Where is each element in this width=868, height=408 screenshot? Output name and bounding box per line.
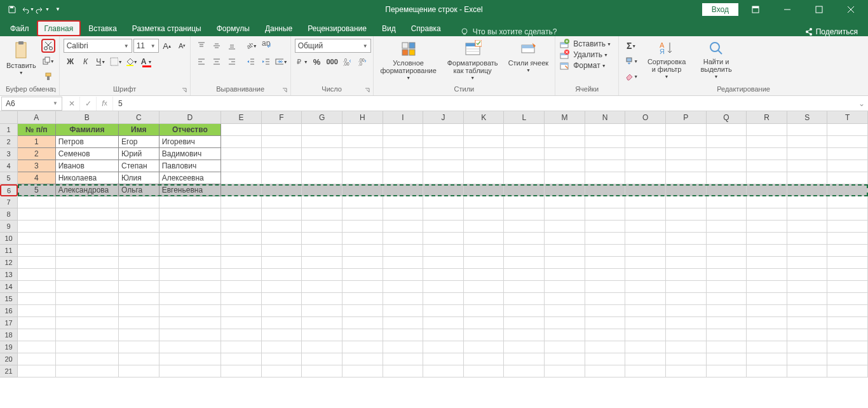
cell[interactable] — [545, 221, 585, 233]
cell-styles-button[interactable]: Стили ячеек▼ — [506, 39, 551, 74]
cell[interactable] — [827, 365, 868, 377]
cell[interactable]: 3 — [18, 160, 56, 172]
cell[interactable] — [56, 269, 119, 281]
cell[interactable] — [302, 221, 342, 233]
cell[interactable] — [707, 148, 747, 160]
cell[interactable] — [666, 148, 707, 160]
cell[interactable] — [56, 281, 119, 293]
decrease-decimal-button[interactable]: ,00,0 — [356, 55, 370, 69]
cell[interactable] — [56, 341, 119, 353]
cell[interactable] — [625, 160, 666, 172]
cell[interactable] — [302, 148, 342, 160]
close-button[interactable] — [836, 0, 865, 18]
cell[interactable] — [504, 148, 545, 160]
cell[interactable] — [383, 353, 424, 365]
col-header-C[interactable]: C — [119, 111, 159, 124]
cell[interactable] — [666, 196, 707, 208]
cell[interactable] — [666, 160, 707, 172]
cell[interactable] — [464, 245, 505, 257]
cell[interactable] — [827, 136, 868, 148]
cell[interactable] — [827, 172, 868, 184]
cell[interactable] — [383, 124, 424, 136]
cell[interactable] — [504, 353, 545, 365]
cell[interactable] — [707, 365, 747, 377]
row-header-9[interactable]: 9 — [0, 221, 18, 233]
redo-button[interactable]: ▼ — [36, 3, 50, 17]
cell[interactable] — [423, 353, 464, 365]
cell[interactable] — [787, 365, 828, 377]
cell[interactable] — [464, 160, 505, 172]
cell[interactable] — [423, 317, 464, 329]
expand-formula-bar[interactable]: ⌄ — [855, 99, 868, 108]
cell[interactable] — [747, 148, 787, 160]
cell[interactable] — [747, 341, 787, 353]
cell[interactable] — [464, 281, 505, 293]
cell[interactable] — [585, 269, 626, 281]
cell[interactable] — [342, 160, 383, 172]
row-header-1[interactable]: 1 — [0, 124, 18, 136]
cell[interactable] — [383, 160, 424, 172]
cell[interactable] — [545, 281, 585, 293]
cell[interactable] — [18, 233, 56, 245]
cell[interactable] — [585, 257, 626, 269]
cell[interactable] — [423, 148, 464, 160]
cell[interactable] — [119, 305, 159, 317]
clipboard-launcher[interactable] — [50, 86, 58, 94]
cell[interactable] — [18, 353, 56, 365]
cell[interactable]: Вадимович — [159, 148, 221, 160]
cell[interactable] — [119, 221, 159, 233]
cell[interactable] — [383, 305, 424, 317]
cell[interactable] — [18, 341, 56, 353]
cell[interactable] — [747, 329, 787, 341]
cell[interactable] — [747, 365, 787, 377]
cell[interactable] — [383, 317, 424, 329]
cell[interactable] — [666, 124, 707, 136]
cell[interactable] — [707, 353, 747, 365]
cell[interactable] — [464, 317, 505, 329]
cell[interactable] — [342, 136, 383, 148]
font-name-combo[interactable]: Calibri▼ — [64, 39, 132, 53]
cell[interactable] — [464, 148, 505, 160]
save-button[interactable] — [5, 3, 19, 17]
cell[interactable] — [383, 329, 424, 341]
cell[interactable] — [504, 317, 545, 329]
cell[interactable] — [262, 305, 302, 317]
cell[interactable] — [504, 184, 545, 196]
cell[interactable] — [119, 245, 159, 257]
cell[interactable] — [159, 269, 221, 281]
cell[interactable] — [585, 305, 626, 317]
row-header-14[interactable]: 14 — [0, 281, 18, 293]
row-header-21[interactable]: 21 — [0, 365, 18, 377]
cell[interactable] — [383, 257, 424, 269]
cell[interactable] — [464, 329, 505, 341]
cell[interactable] — [827, 353, 868, 365]
copy-button[interactable]: ▼ — [41, 54, 55, 68]
cell[interactable] — [504, 172, 545, 184]
cell[interactable] — [383, 245, 424, 257]
cell[interactable] — [666, 317, 707, 329]
cell[interactable] — [504, 245, 545, 257]
fill-color-button[interactable]: ▼ — [125, 55, 139, 69]
cell[interactable] — [302, 196, 342, 208]
cell[interactable] — [787, 329, 828, 341]
cell[interactable] — [625, 305, 666, 317]
enter-formula-button[interactable]: ✓ — [80, 97, 97, 111]
cell[interactable] — [585, 233, 626, 245]
cell[interactable] — [504, 365, 545, 377]
cell[interactable] — [464, 341, 505, 353]
cell[interactable] — [56, 196, 119, 208]
cell[interactable] — [827, 184, 868, 196]
cell[interactable] — [423, 136, 464, 148]
cell[interactable] — [827, 341, 868, 353]
cell[interactable] — [423, 172, 464, 184]
cell[interactable] — [827, 305, 868, 317]
cell[interactable] — [666, 329, 707, 341]
align-right-button[interactable] — [225, 55, 239, 69]
sort-filter-button[interactable]: АЯ Сортировка и фильтр▼ — [642, 39, 691, 81]
cell[interactable] — [18, 221, 56, 233]
tell-me[interactable]: Что вы хотите сделать? — [460, 27, 557, 36]
cell[interactable]: 4 — [18, 172, 56, 184]
cell[interactable] — [18, 208, 56, 221]
cell[interactable] — [666, 305, 707, 317]
cell[interactable] — [383, 208, 424, 221]
